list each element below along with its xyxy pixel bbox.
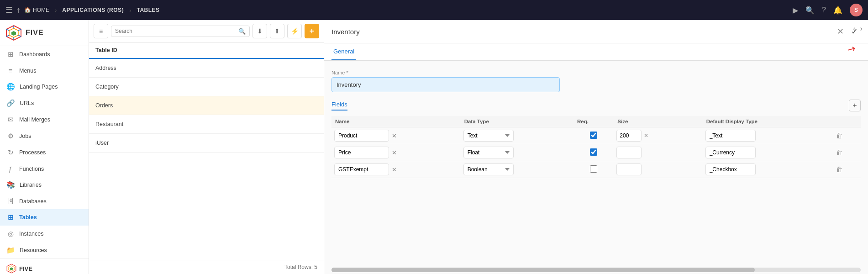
field-name-input[interactable] (334, 130, 389, 142)
sidebar-item-menus[interactable]: ≡ Menus (0, 63, 89, 79)
field-req-cell (573, 144, 614, 161)
sidebar-item-label: Functions (19, 166, 44, 172)
sidebar-item-label: Instances (19, 231, 44, 237)
tables-toolbar: ≡ 🔍 ⬇ ⬆ ⚡ + (89, 20, 324, 42)
field-display-cell (703, 127, 832, 144)
nav-right: ▶ 🔍 ? 🔔 S (793, 4, 863, 16)
sidebar-item-label: Resources (20, 247, 47, 253)
sidebar-item-processes[interactable]: ↻ Processes (0, 144, 89, 161)
sidebar-item-resources[interactable]: 📁 Resources (0, 242, 89, 258)
menus-icon: ≡ (6, 67, 15, 74)
field-size-input[interactable] (616, 163, 642, 175)
add-field-button[interactable]: + (849, 100, 861, 111)
table-list-header: Table ID (89, 42, 324, 59)
add-table-button[interactable]: + (305, 24, 319, 38)
play-icon[interactable]: ▶ (793, 6, 798, 15)
detail-scrollbar[interactable] (331, 268, 861, 272)
field-display-type-input[interactable] (705, 147, 756, 158)
sidebar-item-libraries[interactable]: 📚 Libraries (0, 177, 89, 193)
databases-icon: 🗄 (6, 197, 15, 205)
field-type-cell: Text Float Boolean Integer Date (461, 161, 573, 178)
field-req-checkbox[interactable] (590, 165, 597, 173)
sidebar-item-label: Jobs (19, 133, 31, 139)
list-item[interactable]: Orders (89, 96, 324, 115)
sidebar-item-instances[interactable]: ◎ Instances (0, 226, 89, 242)
field-size-input[interactable] (616, 147, 642, 158)
detail-close-button[interactable]: ✕ (834, 26, 847, 37)
search-icon[interactable]: 🔍 (805, 6, 815, 15)
tables-breadcrumb[interactable]: TABLES (137, 7, 159, 13)
bell-icon[interactable]: 🔔 (833, 6, 842, 15)
upload-button[interactable]: ⬆ (270, 24, 284, 38)
search-input[interactable] (115, 28, 236, 34)
field-display-type-input[interactable] (705, 130, 756, 142)
sidebar-item-jobs[interactable]: ⚙ Jobs (0, 128, 89, 144)
breadcrumb-sep-1: › (55, 7, 57, 14)
list-item[interactable]: Restaurant (89, 115, 324, 134)
field-req-checkbox[interactable] (590, 132, 597, 139)
libraries-icon: 📚 (6, 181, 15, 189)
field-size-clear-button[interactable]: ✕ (642, 132, 650, 139)
sidebar-item-label: Mail Merges (19, 116, 50, 123)
field-req-cell (573, 161, 614, 178)
download-button[interactable]: ⬇ (253, 24, 267, 38)
list-item[interactable]: Address (89, 59, 324, 78)
up-icon[interactable]: ↑ (16, 5, 21, 15)
jobs-icon: ⚙ (6, 132, 15, 140)
field-display-type-input[interactable] (705, 163, 756, 175)
sidebar-item-label: Processes (19, 149, 46, 156)
search-icon: 🔍 (238, 28, 246, 35)
help-icon[interactable]: ? (822, 6, 826, 14)
app-breadcrumb[interactable]: APPLICATIONS (ROS) (62, 7, 124, 13)
sidebar-item-functions[interactable]: ƒ Functions (0, 161, 89, 177)
sidebar-item-label: Landing Pages (20, 84, 58, 90)
field-req-checkbox[interactable] (590, 148, 597, 156)
menu-icon[interactable]: ☰ (5, 5, 13, 15)
sidebar-item-mail-merges[interactable]: ✉ Mail Merges (0, 111, 89, 128)
prev-button[interactable]: ‹ (851, 24, 857, 34)
urls-icon: 🔗 (6, 99, 15, 107)
tab-general[interactable]: General (331, 43, 356, 60)
name-input[interactable] (331, 77, 560, 92)
list-item[interactable]: Category (89, 78, 324, 96)
field-name-input[interactable] (334, 147, 389, 158)
field-type-cell: Text Float Boolean Integer Date (461, 127, 573, 144)
field-delete-button[interactable]: 🗑 (834, 165, 844, 174)
field-type-select[interactable]: Text Float Boolean Integer Date (463, 163, 514, 175)
field-size-cell (614, 144, 702, 161)
fields-section-header: Fields + (331, 100, 861, 111)
sidebar-item-tables[interactable]: ⊞ Tables (0, 209, 89, 226)
field-type-cell: Text Float Boolean Integer Date (461, 144, 573, 161)
sidebar-item-label: Databases (19, 198, 47, 205)
sidebar-item-databases[interactable]: 🗄 Databases (0, 193, 89, 209)
field-name-clear-button[interactable]: ✕ (391, 165, 398, 174)
functions-icon: ƒ (6, 165, 15, 173)
field-delete-cell: 🗑 (831, 144, 861, 161)
landing-pages-icon: 🌐 (6, 83, 15, 91)
field-name-clear-button[interactable]: ✕ (391, 148, 398, 157)
avatar[interactable]: S (850, 4, 863, 16)
flash-button[interactable]: ⚡ (287, 24, 302, 38)
list-item[interactable]: iUser (89, 134, 324, 153)
table-row: ✕ Text Float Boolean Integer (331, 144, 861, 161)
sidebar-item-urls[interactable]: 🔗 URLs (0, 95, 89, 111)
field-type-select[interactable]: Text Float Boolean Integer Date (463, 147, 514, 158)
next-button[interactable]: › (858, 24, 864, 34)
sidebar-item-landing-pages[interactable]: 🌐 Landing Pages (0, 79, 89, 95)
sidebar-item-dashboards[interactable]: ⊞ Dashboards (0, 46, 89, 63)
field-name-clear-button[interactable]: ✕ (391, 132, 398, 140)
field-size-input[interactable] (616, 130, 642, 142)
field-type-select[interactable]: Text Float Boolean Integer Date (463, 130, 514, 142)
processes-icon: ↻ (6, 148, 15, 157)
home-nav[interactable]: 🏠 HOME (24, 7, 49, 13)
field-req-cell (573, 127, 614, 144)
field-delete-button[interactable]: 🗑 (834, 131, 844, 140)
fields-table: Name Data Type Req. Size Default Display… (331, 116, 861, 178)
filter-button[interactable]: ≡ (94, 24, 108, 38)
field-delete-button[interactable]: 🗑 (834, 148, 844, 157)
sidebar-item-label: Tables (19, 214, 37, 221)
col-header-del (831, 116, 861, 127)
field-name-input[interactable] (334, 163, 389, 175)
sidebar-item-label: Menus (19, 68, 37, 74)
sidebar-logo: FIVE (0, 20, 89, 46)
